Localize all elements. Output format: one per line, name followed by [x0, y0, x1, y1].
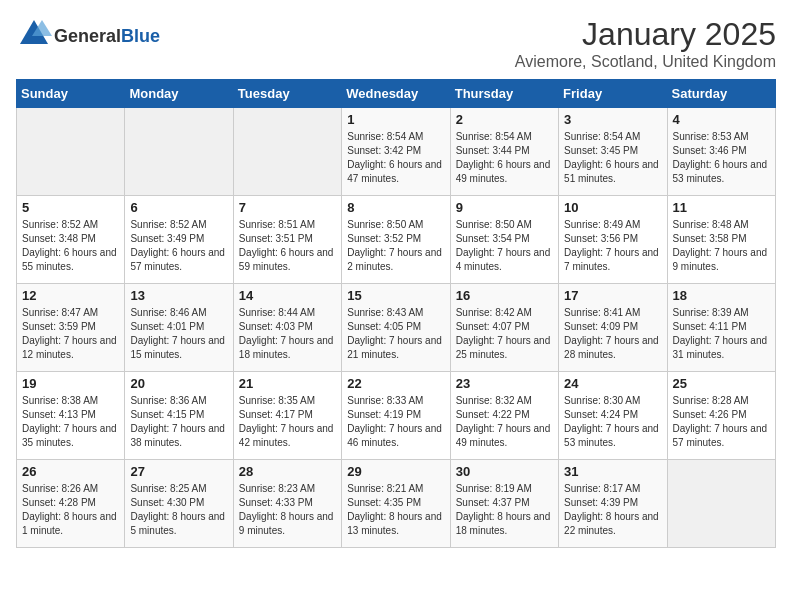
day-info: Sunrise: 8:54 AM Sunset: 3:42 PM Dayligh… [347, 130, 444, 186]
page-header: General Blue January 2025 Aviemore, Scot… [16, 16, 776, 71]
day-info: Sunrise: 8:42 AM Sunset: 4:07 PM Dayligh… [456, 306, 553, 362]
calendar-cell: 12Sunrise: 8:47 AM Sunset: 3:59 PM Dayli… [17, 284, 125, 372]
day-info: Sunrise: 8:39 AM Sunset: 4:11 PM Dayligh… [673, 306, 770, 362]
calendar-cell: 26Sunrise: 8:26 AM Sunset: 4:28 PM Dayli… [17, 460, 125, 548]
day-number: 5 [22, 200, 119, 215]
day-number: 23 [456, 376, 553, 391]
day-number: 22 [347, 376, 444, 391]
day-info: Sunrise: 8:36 AM Sunset: 4:15 PM Dayligh… [130, 394, 227, 450]
calendar-cell: 18Sunrise: 8:39 AM Sunset: 4:11 PM Dayli… [667, 284, 775, 372]
weekday-header-wednesday: Wednesday [342, 80, 450, 108]
day-info: Sunrise: 8:32 AM Sunset: 4:22 PM Dayligh… [456, 394, 553, 450]
day-info: Sunrise: 8:38 AM Sunset: 4:13 PM Dayligh… [22, 394, 119, 450]
calendar-week-1: 1Sunrise: 8:54 AM Sunset: 3:42 PM Daylig… [17, 108, 776, 196]
day-info: Sunrise: 8:41 AM Sunset: 4:09 PM Dayligh… [564, 306, 661, 362]
day-info: Sunrise: 8:25 AM Sunset: 4:30 PM Dayligh… [130, 482, 227, 538]
day-number: 1 [347, 112, 444, 127]
calendar-cell: 19Sunrise: 8:38 AM Sunset: 4:13 PM Dayli… [17, 372, 125, 460]
calendar-week-2: 5Sunrise: 8:52 AM Sunset: 3:48 PM Daylig… [17, 196, 776, 284]
logo-image [16, 16, 52, 56]
calendar-cell: 24Sunrise: 8:30 AM Sunset: 4:24 PM Dayli… [559, 372, 667, 460]
day-info: Sunrise: 8:28 AM Sunset: 4:26 PM Dayligh… [673, 394, 770, 450]
day-info: Sunrise: 8:44 AM Sunset: 4:03 PM Dayligh… [239, 306, 336, 362]
calendar-cell: 29Sunrise: 8:21 AM Sunset: 4:35 PM Dayli… [342, 460, 450, 548]
calendar-cell: 7Sunrise: 8:51 AM Sunset: 3:51 PM Daylig… [233, 196, 341, 284]
calendar-cell: 14Sunrise: 8:44 AM Sunset: 4:03 PM Dayli… [233, 284, 341, 372]
day-info: Sunrise: 8:52 AM Sunset: 3:49 PM Dayligh… [130, 218, 227, 274]
day-number: 29 [347, 464, 444, 479]
day-number: 28 [239, 464, 336, 479]
calendar-cell: 11Sunrise: 8:48 AM Sunset: 3:58 PM Dayli… [667, 196, 775, 284]
calendar-header: SundayMondayTuesdayWednesdayThursdayFrid… [17, 80, 776, 108]
calendar-cell: 27Sunrise: 8:25 AM Sunset: 4:30 PM Dayli… [125, 460, 233, 548]
calendar-subtitle: Aviemore, Scotland, United Kingdom [515, 53, 776, 71]
day-number: 30 [456, 464, 553, 479]
calendar-cell: 6Sunrise: 8:52 AM Sunset: 3:49 PM Daylig… [125, 196, 233, 284]
day-info: Sunrise: 8:19 AM Sunset: 4:37 PM Dayligh… [456, 482, 553, 538]
calendar-body: 1Sunrise: 8:54 AM Sunset: 3:42 PM Daylig… [17, 108, 776, 548]
day-number: 24 [564, 376, 661, 391]
day-info: Sunrise: 8:49 AM Sunset: 3:56 PM Dayligh… [564, 218, 661, 274]
day-info: Sunrise: 8:17 AM Sunset: 4:39 PM Dayligh… [564, 482, 661, 538]
weekday-header-tuesday: Tuesday [233, 80, 341, 108]
day-info: Sunrise: 8:35 AM Sunset: 4:17 PM Dayligh… [239, 394, 336, 450]
day-info: Sunrise: 8:48 AM Sunset: 3:58 PM Dayligh… [673, 218, 770, 274]
logo-text: General Blue [54, 26, 160, 47]
logo: General Blue [16, 16, 160, 56]
day-info: Sunrise: 8:33 AM Sunset: 4:19 PM Dayligh… [347, 394, 444, 450]
day-info: Sunrise: 8:23 AM Sunset: 4:33 PM Dayligh… [239, 482, 336, 538]
day-info: Sunrise: 8:47 AM Sunset: 3:59 PM Dayligh… [22, 306, 119, 362]
calendar-cell: 15Sunrise: 8:43 AM Sunset: 4:05 PM Dayli… [342, 284, 450, 372]
calendar-cell: 8Sunrise: 8:50 AM Sunset: 3:52 PM Daylig… [342, 196, 450, 284]
calendar-cell: 20Sunrise: 8:36 AM Sunset: 4:15 PM Dayli… [125, 372, 233, 460]
weekday-header-sunday: Sunday [17, 80, 125, 108]
day-number: 27 [130, 464, 227, 479]
calendar-cell: 10Sunrise: 8:49 AM Sunset: 3:56 PM Dayli… [559, 196, 667, 284]
day-number: 2 [456, 112, 553, 127]
calendar-cell [125, 108, 233, 196]
calendar-cell: 2Sunrise: 8:54 AM Sunset: 3:44 PM Daylig… [450, 108, 558, 196]
day-number: 17 [564, 288, 661, 303]
day-number: 15 [347, 288, 444, 303]
calendar-cell: 1Sunrise: 8:54 AM Sunset: 3:42 PM Daylig… [342, 108, 450, 196]
title-block: January 2025 Aviemore, Scotland, United … [515, 16, 776, 71]
day-info: Sunrise: 8:46 AM Sunset: 4:01 PM Dayligh… [130, 306, 227, 362]
day-number: 16 [456, 288, 553, 303]
day-number: 6 [130, 200, 227, 215]
day-info: Sunrise: 8:30 AM Sunset: 4:24 PM Dayligh… [564, 394, 661, 450]
calendar-cell: 22Sunrise: 8:33 AM Sunset: 4:19 PM Dayli… [342, 372, 450, 460]
calendar-week-5: 26Sunrise: 8:26 AM Sunset: 4:28 PM Dayli… [17, 460, 776, 548]
weekday-header-row: SundayMondayTuesdayWednesdayThursdayFrid… [17, 80, 776, 108]
calendar-cell: 13Sunrise: 8:46 AM Sunset: 4:01 PM Dayli… [125, 284, 233, 372]
calendar-cell: 23Sunrise: 8:32 AM Sunset: 4:22 PM Dayli… [450, 372, 558, 460]
day-info: Sunrise: 8:50 AM Sunset: 3:52 PM Dayligh… [347, 218, 444, 274]
calendar-cell: 9Sunrise: 8:50 AM Sunset: 3:54 PM Daylig… [450, 196, 558, 284]
calendar-cell: 30Sunrise: 8:19 AM Sunset: 4:37 PM Dayli… [450, 460, 558, 548]
day-number: 4 [673, 112, 770, 127]
calendar-cell: 28Sunrise: 8:23 AM Sunset: 4:33 PM Dayli… [233, 460, 341, 548]
day-number: 9 [456, 200, 553, 215]
calendar-cell: 17Sunrise: 8:41 AM Sunset: 4:09 PM Dayli… [559, 284, 667, 372]
day-number: 31 [564, 464, 661, 479]
day-info: Sunrise: 8:52 AM Sunset: 3:48 PM Dayligh… [22, 218, 119, 274]
calendar-cell: 21Sunrise: 8:35 AM Sunset: 4:17 PM Dayli… [233, 372, 341, 460]
calendar-cell [17, 108, 125, 196]
calendar-cell: 31Sunrise: 8:17 AM Sunset: 4:39 PM Dayli… [559, 460, 667, 548]
day-info: Sunrise: 8:54 AM Sunset: 3:44 PM Dayligh… [456, 130, 553, 186]
calendar-cell: 16Sunrise: 8:42 AM Sunset: 4:07 PM Dayli… [450, 284, 558, 372]
weekday-header-monday: Monday [125, 80, 233, 108]
day-number: 21 [239, 376, 336, 391]
calendar-week-4: 19Sunrise: 8:38 AM Sunset: 4:13 PM Dayli… [17, 372, 776, 460]
day-number: 13 [130, 288, 227, 303]
logo-general: General [54, 26, 121, 47]
day-number: 19 [22, 376, 119, 391]
day-number: 7 [239, 200, 336, 215]
day-number: 26 [22, 464, 119, 479]
logo-blue: Blue [121, 26, 160, 47]
day-info: Sunrise: 8:53 AM Sunset: 3:46 PM Dayligh… [673, 130, 770, 186]
day-info: Sunrise: 8:26 AM Sunset: 4:28 PM Dayligh… [22, 482, 119, 538]
day-info: Sunrise: 8:51 AM Sunset: 3:51 PM Dayligh… [239, 218, 336, 274]
day-number: 3 [564, 112, 661, 127]
day-number: 11 [673, 200, 770, 215]
day-number: 8 [347, 200, 444, 215]
